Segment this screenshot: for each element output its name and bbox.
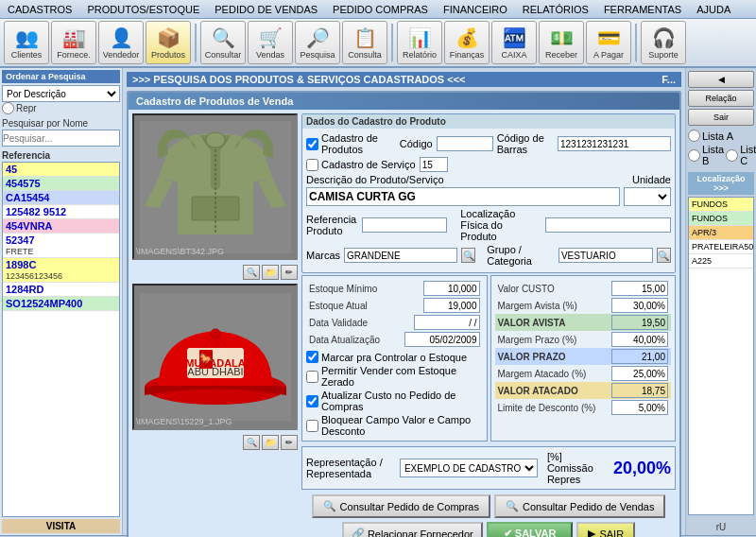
codigo-input[interactable] — [437, 136, 493, 151]
menu-produtos-estoque[interactable]: PRODUTOS/ESTOQUE — [79, 2, 207, 17]
valor-atacado-input[interactable] — [611, 383, 668, 398]
btn-vendedor[interactable]: 👤 Vendedor — [98, 21, 144, 64]
check-controlar-label[interactable]: Marcar pra Controlar o Estoque — [306, 351, 483, 363]
btn-clientes[interactable]: 👥 Clientes — [4, 21, 49, 64]
checkbox-produtos[interactable] — [306, 138, 318, 150]
btn-produtos[interactable]: 📦 Produtos — [146, 21, 191, 64]
btn-consultar-compras[interactable]: 🔍 Consultar Pedido de Compras — [312, 494, 490, 518]
check-bloquear[interactable] — [306, 420, 318, 432]
img1-search-btn[interactable]: 🔍 — [243, 265, 260, 280]
img2-controls: 🔍 📁 ✏ — [132, 435, 298, 450]
lista-b-label[interactable]: Lista B — [688, 144, 724, 166]
consultar-icon: 🔍 — [212, 26, 235, 49]
btn-vendas[interactable]: 🛒 Vendas — [248, 21, 293, 64]
btn-consultar-vendas[interactable]: 🔍 Consultar Pedido de Vendas — [494, 494, 665, 518]
valor-prazo-input[interactable] — [611, 349, 668, 364]
list-item[interactable]: 1284RD — [3, 283, 119, 297]
check-vender[interactable] — [306, 371, 318, 383]
list-item[interactable]: CA15454 — [3, 191, 119, 205]
img2-search-btn[interactable]: 🔍 — [243, 435, 260, 450]
btn-suporte[interactable]: 🎧 Suporte — [641, 21, 686, 64]
btn-salvar[interactable]: ✔ SALVAR — [487, 522, 574, 537]
btn-pesquisa[interactable]: 🔎 Pesquisa — [295, 21, 340, 64]
check-atualizar-label[interactable]: Atualizar Custo no Pedido de Compras — [306, 390, 483, 412]
margem-avista-input[interactable] — [611, 298, 668, 313]
loc-fisica-input[interactable] — [545, 217, 671, 233]
menu-financeiro[interactable]: FINANCEIRO — [436, 2, 515, 17]
btn-apagar[interactable]: 💳 A Pagar — [586, 21, 631, 64]
menu-ferramentas[interactable]: FERRAMENTAS — [596, 2, 689, 17]
ref-produto-input[interactable] — [362, 217, 447, 233]
estoque-min-input[interactable] — [423, 281, 480, 296]
list-item[interactable]: 52347FRETE — [3, 234, 119, 258]
codigo-barras-input[interactable] — [558, 136, 671, 151]
menu-cadastros[interactable]: CADASTROS — [0, 2, 79, 17]
btn-consulta[interactable]: 📋 Consulta — [342, 21, 387, 64]
right-list-item[interactable]: APR/3 — [689, 226, 753, 240]
rep-select[interactable]: EXEMPLO DE CADASTRO — [400, 459, 538, 477]
right-list-item[interactable]: FUNDOS — [689, 212, 753, 226]
valor-avista-input[interactable] — [611, 315, 668, 330]
btn-voltar[interactable]: ◀ — [688, 71, 754, 88]
btn-caixa[interactable]: 🏧 CAIXA — [491, 21, 537, 64]
list-item[interactable]: 454VNRA — [3, 219, 119, 234]
data-validade-row: Data Validade — [306, 314, 483, 331]
img2-edit-btn[interactable]: ✏ — [281, 435, 298, 450]
grupo-search-btn[interactable]: 🔍 — [657, 248, 671, 263]
checkbox-servico-label[interactable]: Cadastro de Serviço — [306, 159, 416, 171]
rep-radio[interactable] — [2, 102, 14, 114]
lista-a-radio[interactable] — [688, 130, 700, 142]
right-list-item[interactable]: FUNDOS — [689, 198, 753, 212]
img2-folder-btn[interactable]: 📁 — [262, 435, 279, 450]
lista-c-label[interactable]: Lista C — [726, 144, 756, 166]
img1-edit-btn[interactable]: ✏ — [281, 265, 298, 280]
descr-input[interactable] — [306, 187, 620, 206]
right-list-item[interactable]: PRATELEIRA50 — [689, 240, 753, 254]
grupo-input[interactable] — [558, 248, 653, 263]
list-item[interactable]: 454575 — [3, 177, 119, 191]
menu-pedido-compras[interactable]: PEDIDO COMPRAS — [325, 2, 436, 17]
list-item[interactable]: 125482 9512 — [3, 205, 119, 219]
check-vender-label[interactable]: Permitir Vender com Estoque Zerado — [306, 365, 483, 388]
marcas-search-btn[interactable]: 🔍 — [461, 248, 475, 263]
menu-ajuda[interactable]: AJUDA — [689, 2, 738, 17]
valor-custo-input[interactable] — [611, 281, 668, 296]
lista-b-radio[interactable] — [688, 149, 700, 162]
list-item[interactable]: 1898C123456123456 — [3, 258, 119, 283]
right-list-item[interactable]: A225 — [689, 254, 753, 268]
lista-c-radio[interactable] — [726, 149, 738, 162]
menu-relatorios[interactable]: RELATÓRIOS — [515, 2, 596, 17]
btn-relacao[interactable]: Relação — [688, 90, 754, 107]
unidade-select[interactable] — [624, 187, 671, 206]
list-item[interactable]: SO12524MP400 — [3, 297, 119, 311]
check-bloquear-label[interactable]: Bloquear Campo Valor e Campo Desconto — [306, 414, 483, 437]
check-atualizar[interactable] — [306, 395, 318, 407]
check-controlar[interactable] — [306, 351, 318, 363]
margem-prazo-input[interactable] — [611, 332, 668, 347]
btn-receber[interactable]: 💵 Receber — [539, 21, 584, 64]
btn-financas[interactable]: 💰 Finanças — [444, 21, 490, 64]
servico-num[interactable] — [420, 157, 448, 172]
img1-folder-btn[interactable]: 📁 — [262, 265, 279, 280]
btn-sair[interactable]: ▶ SAIR — [576, 522, 635, 537]
list-item[interactable]: 45 — [3, 163, 119, 177]
btn-sair-right[interactable]: Sair — [688, 109, 754, 126]
limite-desconto-input[interactable] — [611, 400, 668, 415]
codigo-barras-label: Código de Barras — [497, 132, 554, 155]
data-atualizacao-input[interactable] — [404, 332, 480, 347]
btn-relacionar[interactable]: 🔗 Relacionar Fornecedor — [342, 522, 483, 537]
order-combo[interactable]: Por Descrição — [2, 85, 120, 102]
checkbox-servico[interactable] — [306, 159, 318, 171]
btn-relatorio[interactable]: 📊 Relatório — [397, 21, 442, 64]
menu-pedido-vendas[interactable]: PEDIDO DE VENDAS — [207, 2, 325, 17]
search-input[interactable] — [2, 130, 120, 147]
lista-a-label[interactable]: Lista A — [688, 130, 733, 142]
data-validade-input[interactable] — [414, 315, 480, 330]
estoque-atual-input[interactable] — [423, 298, 480, 313]
marcas-input[interactable] — [344, 248, 457, 263]
bottom-btns-2: 🔗 Relacionar Fornecedor ✔ SALVAR ▶ SAIR — [301, 522, 676, 537]
btn-fornece[interactable]: 🏭 Fornece. — [51, 21, 96, 64]
margem-atacado-input[interactable] — [611, 366, 668, 381]
checkbox-produtos-label[interactable]: Cadastro de Produtos — [306, 132, 388, 155]
btn-consultar[interactable]: 🔍 Consultar — [200, 21, 246, 64]
